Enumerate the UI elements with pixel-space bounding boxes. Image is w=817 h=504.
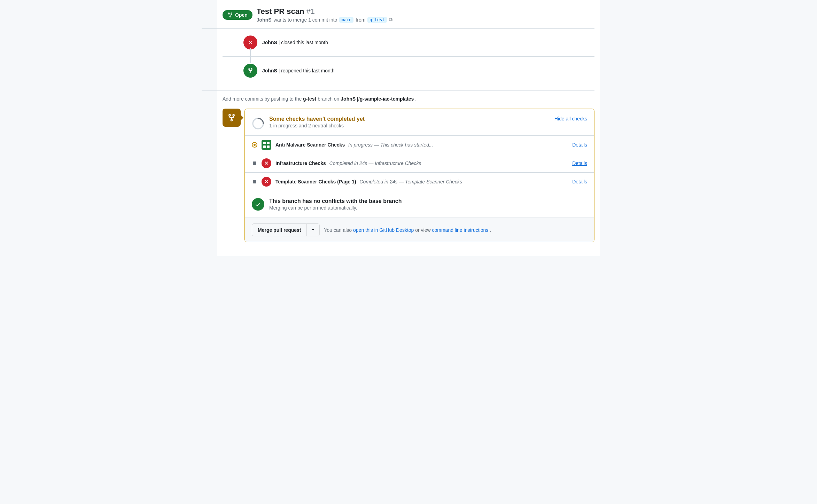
template-icon: ✕ [262,177,271,187]
details-link-antimalware[interactable]: Details [572,142,587,148]
check-name-infrastructure: Infrastructure Checks Completed in 24s —… [275,160,421,166]
checks-sidebar-icon [223,109,241,127]
green-check-icon [252,198,264,211]
chevron-down-icon [310,227,316,232]
closed-icon [243,36,257,49]
reopened-author: JohnS [262,68,277,73]
check-row-antimalware: Anti Malware Scanner Checks In progress … [245,135,594,154]
commit-info-middle: branch on [318,96,341,102]
pr-header: Open Test PR scan #1 JohnS wants to merg… [223,7,594,23]
timeline-item-closed: JohnS | closed this last month [243,29,594,56]
timeline-divider-bottom [202,90,594,90]
checks-header-left: Some checks haven't completed yet 1 in p… [252,116,365,130]
pr-from-text: from [356,17,365,23]
reopened-event-text: JohnS | reopened this last month [262,68,335,73]
open-badge-label: Open [235,12,248,18]
antimalware-icon [262,140,271,150]
pr-number: #1 [306,7,314,16]
merge-section: Merge pull request You can also open thi… [245,218,594,242]
commit-info-before: Add more commits by pushing to the [223,96,303,102]
pr-meta: JohnS wants to merge 1 commit into main … [257,17,392,23]
check-status-inprogress [252,142,257,148]
command-line-link[interactable]: command line instructions [432,227,489,233]
check-name-antimalware: Anti Malware Scanner Checks In progress … [275,142,433,148]
github-desktop-link[interactable]: open this in GitHub Desktop [353,227,414,233]
checks-title: Some checks haven't completed yet [269,116,365,122]
reopened-action: reopened this last month [281,68,334,73]
svg-rect-4 [263,142,266,144]
no-conflicts-subtitle: Merging can be performed automatically. [269,205,402,211]
merge-middle-text: or view [415,227,430,233]
closed-action: closed this last month [281,40,328,45]
svg-rect-6 [263,145,266,148]
timeline: JohnS | closed this last month JohnS | r… [243,29,594,85]
checks-container: Some checks haven't completed yet 1 in p… [223,109,594,242]
svg-text:✕: ✕ [264,160,269,166]
pr-title-block: Test PR scan #1 JohnS wants to merge 1 c… [257,7,392,23]
closed-author: JohnS [262,40,277,45]
check-row-infrastructure: ✕ Infrastructure Checks Completed in 24s… [245,154,594,172]
pr-merge-text: wants to merge 1 commit into [274,17,337,23]
check-row-template: ✕ Template Scanner Checks (Page 1) Compl… [245,172,594,191]
progress-spinner [252,117,264,130]
check-status-neutral-1 [253,162,256,165]
infrastructure-icon: ✕ [262,158,271,168]
merge-also-prefix: You can also [324,227,352,233]
commit-info: Add more commits by pushing to the g-tes… [223,96,594,102]
commit-repo: JohnS |/g-sample-iac-templates [341,96,414,102]
checks-subtitle: 1 in progress and 2 neutral checks [269,123,365,128]
no-conflicts-title: This branch has no conflicts with the ba… [269,198,402,204]
closed-event-text: JohnS | closed this last month [262,40,328,45]
svg-rect-7 [267,145,270,148]
merge-pull-request-button[interactable]: Merge pull request [252,223,307,236]
merge-dropdown-button[interactable] [307,223,320,236]
svg-rect-3 [262,140,271,150]
checks-box: Some checks haven't completed yet 1 in p… [244,109,594,242]
svg-point-2 [255,120,262,127]
check-status-neutral-2 [253,180,256,183]
no-conflicts-text: This branch has no conflicts with the ba… [269,198,402,211]
check-name-template: Template Scanner Checks (Page 1) Complet… [275,179,462,184]
commit-info-end: . [415,96,417,102]
commit-branch: g-test [303,96,316,102]
merge-btn-group: Merge pull request [252,223,320,236]
merge-end-text: . [490,227,491,233]
hide-all-checks-link[interactable]: Hide all checks [554,116,587,121]
target-branch[interactable]: main [339,17,353,23]
source-branch[interactable]: g-test [367,17,387,23]
open-badge: Open [223,10,252,20]
pr-author: JohnS [257,17,272,23]
no-conflicts-row: This branch has no conflicts with the ba… [245,191,594,218]
checks-header: Some checks haven't completed yet 1 in p… [245,109,594,135]
svg-rect-5 [267,142,270,144]
details-link-infrastructure[interactable]: Details [572,160,587,166]
page-container: Open Test PR scan #1 JohnS wants to merg… [217,0,600,256]
pr-icon [227,12,233,18]
svg-text:✕: ✕ [264,179,269,184]
merge-also-text: You can also open this in GitHub Desktop… [324,227,491,233]
pr-title: Test PR scan #1 [257,7,392,16]
details-link-template[interactable]: Details [572,179,587,184]
merge-icon [227,113,236,122]
reopened-icon [243,64,257,78]
timeline-item-reopened: JohnS | reopened this last month [243,57,594,85]
copy-icon[interactable]: ⧉ [389,17,392,23]
checks-title-block: Some checks haven't completed yet 1 in p… [269,116,365,128]
